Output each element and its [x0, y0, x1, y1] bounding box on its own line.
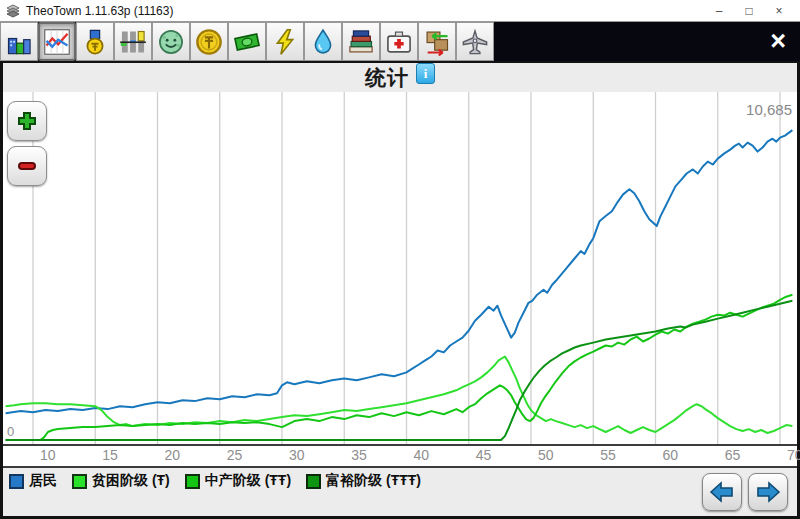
legend-label: 居民	[29, 472, 57, 490]
bottom-bar: 居民贫困阶级 (Ŧ)中产阶级 (ŦŦ)富裕阶级 (ŦŦŦ)	[3, 468, 797, 516]
toolbar-button-energy[interactable]	[266, 22, 304, 61]
legend-item: 中产阶级 (ŦŦ)	[185, 472, 291, 490]
statistics-panel: 统计 i 010,685 10152025303540455055606570	[0, 61, 800, 519]
water-icon	[309, 28, 337, 56]
minus-icon	[15, 154, 39, 178]
education-icon	[347, 28, 375, 56]
os-titlebar: TheoTown 1.11.63p (11163) – □ ×	[0, 0, 800, 22]
app-window: TheoTown 1.11.63p (11163) – □ × × 统计 i 0…	[0, 0, 800, 519]
x-tick-label-35: 35	[351, 447, 367, 463]
plus-icon	[15, 109, 39, 133]
toolbar-button-city[interactable]	[0, 22, 38, 61]
game-toolbar: ×	[0, 22, 800, 61]
chart-legend: 居民贫困阶级 (Ŧ)中产阶级 (ŦŦ)富裕阶级 (ŦŦŦ)	[9, 472, 421, 490]
legend-label: 富裕阶级 (ŦŦŦ)	[326, 472, 421, 490]
legend-item: 贫困阶级 (Ŧ)	[72, 472, 170, 490]
legend-label: 贫困阶级 (Ŧ)	[92, 472, 170, 490]
statistics-chart: 010,685	[3, 92, 797, 444]
panel-header: 统计 i	[3, 63, 797, 92]
happiness-icon	[157, 28, 185, 56]
window-title: TheoTown 1.11.63p (11163)	[26, 4, 173, 18]
toolbar-button-budget[interactable]	[228, 22, 266, 61]
energy-icon	[271, 28, 299, 56]
airport-icon	[461, 28, 489, 56]
arrow-left-icon	[708, 480, 736, 504]
toolbar-button-water[interactable]	[304, 22, 342, 61]
app-icon	[6, 4, 20, 18]
toolbar-button-airport[interactable]	[456, 22, 494, 61]
maximize-button[interactable]: □	[734, 1, 764, 21]
toolbar-button-demand[interactable]	[114, 22, 152, 61]
x-tick-label-70: 70	[787, 447, 800, 463]
series-line-居民	[6, 130, 793, 413]
statistics-icon	[43, 28, 71, 56]
info-icon[interactable]: i	[416, 63, 435, 84]
logistics-icon	[423, 28, 451, 56]
x-tick-label-15: 15	[102, 447, 118, 463]
minimize-button[interactable]: –	[704, 1, 734, 21]
currency-icon	[195, 28, 223, 56]
legend-swatch	[72, 474, 87, 489]
legend-label: 中产阶级 (ŦŦ)	[205, 472, 291, 490]
toolbar-button-happiness[interactable]	[152, 22, 190, 61]
toolbar-button-education[interactable]	[342, 22, 380, 61]
legend-item: 居民	[9, 472, 57, 490]
series-line-中产阶级 (ŦŦ)	[6, 295, 793, 440]
x-tick-label-25: 25	[227, 447, 243, 463]
y-min-label: 0	[7, 424, 14, 439]
y-max-label: 10,685	[746, 101, 792, 118]
page-navigation	[702, 473, 788, 511]
arrow-right-icon	[754, 480, 782, 504]
window-close-button[interactable]: ×	[764, 1, 794, 21]
x-tick-label-50: 50	[538, 447, 554, 463]
legend-swatch	[9, 474, 24, 489]
toolbar-button-statistics[interactable]	[38, 22, 76, 61]
toolbar-button-currency[interactable]	[190, 22, 228, 61]
zoom-out-button[interactable]	[7, 146, 47, 186]
page-title: 统计	[365, 64, 409, 92]
prev-page-button[interactable]	[702, 473, 742, 511]
x-axis: 10152025303540455055606570	[3, 444, 797, 468]
rank-icon	[81, 28, 109, 56]
next-page-button[interactable]	[748, 473, 788, 511]
series-line-贫困阶级 (Ŧ)	[6, 357, 793, 434]
x-tick-label-40: 40	[414, 447, 430, 463]
window-controls: – □ ×	[704, 1, 794, 21]
chart-area: 010,685	[3, 92, 797, 444]
x-tick-label-10: 10	[40, 447, 56, 463]
legend-item: 富裕阶级 (ŦŦŦ)	[306, 472, 421, 490]
toolbar-button-health[interactable]	[380, 22, 418, 61]
toolbar-button-logistics[interactable]	[418, 22, 456, 61]
zoom-controls	[7, 101, 47, 186]
legend-swatch	[306, 474, 321, 489]
x-tick-label-60: 60	[663, 447, 679, 463]
x-tick-label-65: 65	[725, 447, 741, 463]
x-tick-label-55: 55	[600, 447, 616, 463]
city-icon	[5, 28, 33, 56]
x-tick-label-30: 30	[289, 447, 305, 463]
health-icon	[385, 28, 413, 56]
panel-close-button[interactable]: ×	[756, 22, 800, 61]
toolbar-button-rank[interactable]	[76, 22, 114, 61]
legend-swatch	[185, 474, 200, 489]
demand-icon	[119, 28, 147, 56]
zoom-in-button[interactable]	[7, 101, 47, 141]
budget-icon	[233, 28, 261, 56]
x-tick-label-45: 45	[476, 447, 492, 463]
x-tick-label-20: 20	[165, 447, 181, 463]
